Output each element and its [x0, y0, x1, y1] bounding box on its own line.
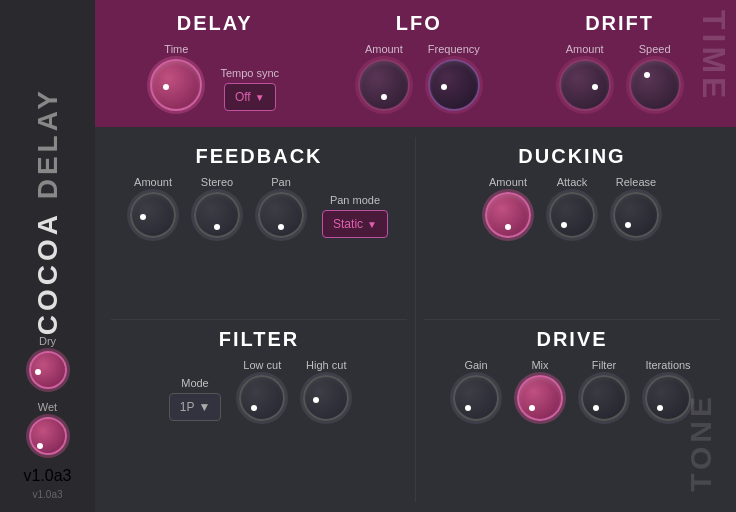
lfo-section: LFO Amount Frequency [358, 12, 480, 111]
duck-release-dot [625, 222, 631, 228]
pan-mode-select[interactable]: Static ▼ [322, 210, 388, 238]
drive-filter-group: Filter [581, 359, 627, 421]
filter-mode-value: 1P [180, 400, 195, 414]
tempo-sync-select[interactable]: Off ▼ [224, 83, 276, 111]
filter-lowcut-dot [251, 405, 257, 411]
drift-section: DRIFT Amount Speed [559, 12, 681, 111]
delay-tempo-group: Tempo sync Off ▼ [220, 67, 279, 111]
lfo-title: LFO [396, 12, 442, 35]
right-half: DUCKING Amount Attack [424, 137, 720, 502]
feedback-section: FEEDBACK Amount Stereo [130, 145, 388, 311]
drive-gain-knob[interactable] [453, 375, 499, 421]
delay-knobs: Time Tempo sync Off ▼ [150, 43, 279, 111]
lfo-freq-label: Frequency [428, 43, 480, 55]
dry-section: Dry [29, 335, 67, 389]
filter-highcut-knob[interactable] [303, 375, 349, 421]
feedback-row: FEEDBACK Amount Stereo [111, 137, 407, 320]
filter-mode-select[interactable]: 1P ▼ [169, 393, 222, 421]
tempo-sync-value: Off [235, 90, 251, 104]
drift-speed-label: Speed [639, 43, 671, 55]
fb-pan-label: Pan [271, 176, 291, 188]
wet-knob[interactable] [29, 417, 67, 455]
fb-stereo-knob[interactable] [194, 192, 240, 238]
feedback-title: FEEDBACK [195, 145, 322, 168]
duck-amount-label: Amount [489, 176, 527, 188]
lfo-freq-group: Frequency [428, 43, 480, 111]
delay-title: DELAY [177, 12, 253, 35]
lfo-amount-dot [381, 94, 387, 100]
drift-title: DRIFT [585, 12, 654, 35]
fb-stereo-label: Stereo [201, 176, 233, 188]
drive-title: DRIVE [536, 328, 607, 351]
duck-amount-group: Amount [485, 176, 531, 238]
duck-release-knob[interactable] [613, 192, 659, 238]
lfo-amount-group: Amount [358, 43, 410, 111]
filter-lowcut-group: Low cut [239, 359, 285, 421]
drive-gain-group: Gain [453, 359, 499, 421]
dry-label: Dry [39, 335, 56, 347]
lfo-freq-knob[interactable] [428, 59, 480, 111]
vertical-divider [415, 137, 416, 502]
feedback-knobs: Amount Stereo [130, 176, 388, 238]
drive-mix-knob[interactable] [517, 375, 563, 421]
wet-section: Wet [29, 401, 67, 455]
duck-attack-dot [561, 222, 567, 228]
drive-gain-dot [465, 405, 471, 411]
delay-time-dot [163, 84, 169, 90]
delay-time-group: Time [150, 43, 202, 111]
fb-panmode-group: Pan mode Static ▼ [322, 194, 388, 238]
wet-knob-dot [37, 443, 43, 449]
fb-amount-group: Amount [130, 176, 176, 238]
filter-lowcut-label: Low cut [243, 359, 281, 371]
version-text: v1.0a3 [32, 489, 62, 500]
drift-amount-label: Amount [566, 43, 604, 55]
drive-mix-dot [529, 405, 535, 411]
filter-mode-arrow: ▼ [198, 400, 210, 414]
fb-stereo-group: Stereo [194, 176, 240, 238]
drive-filter-label: Filter [592, 359, 616, 371]
drive-mix-group: Mix [517, 359, 563, 421]
drive-iter-dot [657, 405, 663, 411]
fb-amount-dot [140, 214, 146, 220]
bottom-section: FEEDBACK Amount Stereo [95, 127, 736, 512]
delay-tempo-label: Tempo sync [220, 67, 279, 79]
filter-row: FILTER Mode 1P ▼ Low cut [111, 320, 407, 502]
filter-mode-label: Mode [181, 377, 209, 389]
duck-attack-knob[interactable] [549, 192, 595, 238]
ducking-knobs: Amount Attack [485, 176, 659, 238]
drive-mix-label: Mix [531, 359, 548, 371]
filter-highcut-dot [313, 397, 319, 403]
fb-amount-label: Amount [134, 176, 172, 188]
delay-section: DELAY Time Tempo sync Off ▼ [150, 12, 279, 111]
lfo-amount-knob[interactable] [358, 59, 410, 111]
drift-amount-knob[interactable] [559, 59, 611, 111]
drive-filter-dot [593, 405, 599, 411]
pan-mode-arrow: ▼ [367, 219, 377, 230]
drive-iter-group: Iterations [645, 359, 691, 421]
left-half: FEEDBACK Amount Stereo [111, 137, 407, 502]
filter-mode-group: Mode 1P ▼ [169, 377, 222, 421]
tempo-sync-arrow: ▼ [255, 92, 265, 103]
filter-knobs: Mode 1P ▼ Low cut [169, 359, 350, 421]
ducking-row: DUCKING Amount Attack [424, 137, 720, 320]
bottom-rows: FEEDBACK Amount Stereo [111, 137, 720, 502]
fb-amount-knob[interactable] [130, 192, 176, 238]
ducking-title: DUCKING [518, 145, 625, 168]
filter-highcut-label: High cut [306, 359, 346, 371]
drive-iter-label: Iterations [645, 359, 690, 371]
delay-time-knob[interactable] [150, 59, 202, 111]
dry-knob[interactable] [29, 351, 67, 389]
filter-lowcut-knob[interactable] [239, 375, 285, 421]
duck-amount-knob[interactable] [485, 192, 531, 238]
drive-filter-knob[interactable] [581, 375, 627, 421]
duck-attack-group: Attack [549, 176, 595, 238]
fb-pan-group: Pan [258, 176, 304, 238]
fb-panmode-label: Pan mode [330, 194, 380, 206]
drive-iter-knob[interactable] [645, 375, 691, 421]
fb-stereo-dot [214, 224, 220, 230]
fb-pan-knob[interactable] [258, 192, 304, 238]
drift-speed-dot [644, 72, 650, 78]
drift-speed-group: Speed [629, 43, 681, 111]
drift-speed-knob[interactable] [629, 59, 681, 111]
wet-label: Wet [38, 401, 57, 413]
